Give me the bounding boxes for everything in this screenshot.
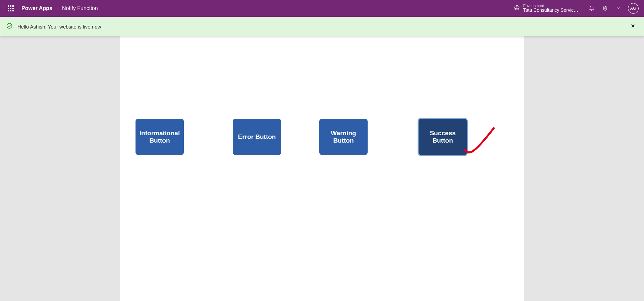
button-label: Informational Button (138, 130, 181, 144)
app-launcher-button[interactable] (5, 3, 16, 14)
app-header: Power Apps | Notify Function Environment… (0, 0, 644, 17)
environment-icon (514, 5, 520, 12)
stage: Informational Button Error Button Warnin… (0, 36, 644, 301)
close-icon (631, 23, 635, 28)
error-button[interactable]: Error Button (233, 119, 281, 155)
success-check-icon (6, 22, 13, 31)
success-button[interactable]: Success Button (419, 119, 467, 155)
title-separator: | (56, 5, 58, 11)
environment-picker[interactable]: Environment Tata Consultancy Servic… (514, 4, 578, 13)
svg-point-2 (604, 8, 606, 9)
avatar-initials: AG (630, 6, 636, 11)
notifications-button[interactable] (585, 2, 598, 15)
button-label: Warning Button (322, 130, 365, 144)
help-icon (615, 5, 622, 11)
notification-bar: Hello Ashish, Your website is live now (0, 17, 644, 36)
user-avatar[interactable]: AG (628, 3, 639, 14)
product-name: Power Apps (21, 5, 52, 11)
button-label: Error Button (238, 133, 276, 141)
bell-icon (589, 5, 595, 11)
notification-message: Hello Ashish, Your website is live now (17, 24, 101, 30)
notification-close-button[interactable] (628, 21, 638, 32)
svg-point-4 (7, 23, 12, 29)
button-label: Success Button (421, 130, 464, 144)
app-title: Power Apps | Notify Function (21, 5, 98, 11)
warning-button[interactable]: Warning Button (319, 119, 368, 155)
gear-icon (602, 5, 608, 11)
waffle-icon (8, 5, 14, 11)
help-button[interactable] (612, 2, 625, 15)
page-name: Notify Function (62, 5, 98, 11)
informational-button[interactable]: Informational Button (136, 119, 184, 155)
app-canvas: Informational Button Error Button Warnin… (120, 36, 524, 301)
environment-label: Environment (523, 4, 578, 8)
annotation-mark-2 (463, 126, 496, 156)
settings-button[interactable] (598, 2, 612, 15)
svg-point-3 (618, 10, 619, 10)
environment-name: Tata Consultancy Servic… (523, 8, 578, 13)
